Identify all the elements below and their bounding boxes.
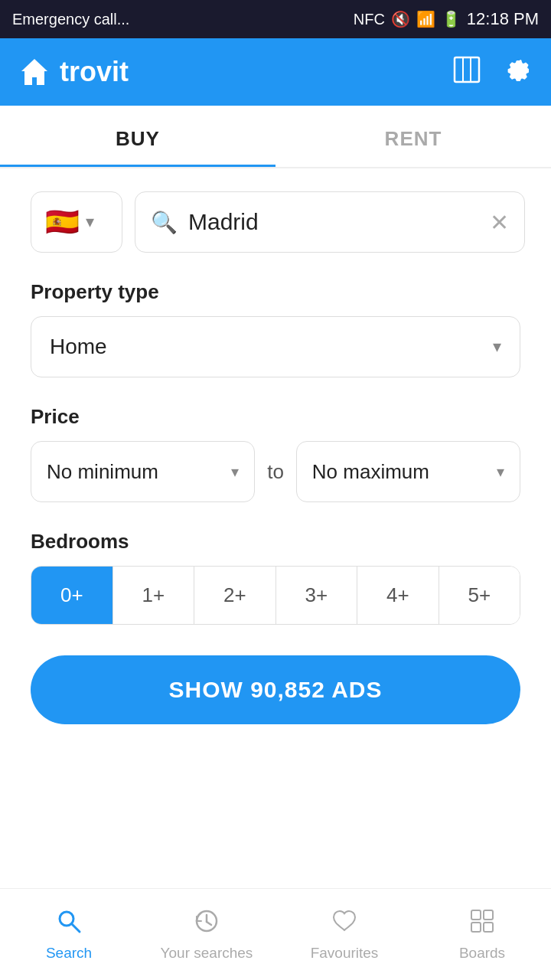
property-type-chevron-icon: ▾ [493, 337, 501, 357]
status-right-icons: NFC 🔇 📶 🔋 12:18 PM [354, 9, 539, 29]
app-bar: trovit [0, 38, 551, 106]
nav-favourites[interactable]: Favourites [276, 889, 413, 980]
search-box[interactable]: 🔍 ✕ [135, 191, 525, 253]
search-icon: 🔍 [151, 210, 178, 235]
settings-icon[interactable] [505, 56, 533, 89]
svg-rect-12 [484, 923, 493, 932]
bedroom-btn-5[interactable]: 5+ [439, 567, 520, 624]
svg-line-5 [72, 924, 80, 932]
bedroom-btn-4[interactable]: 4+ [357, 567, 439, 624]
mute-icon: 🔇 [391, 10, 410, 28]
bedroom-btn-1[interactable]: 1+ [113, 567, 195, 624]
price-row: No minimum ▾ to No maximum ▾ [31, 441, 520, 502]
show-ads-button[interactable]: SHOW 90,852 ADS [31, 655, 520, 724]
price-min-chevron-icon: ▾ [231, 462, 239, 481]
search-row: 🇪🇸 ▾ 🔍 ✕ [31, 191, 520, 253]
main-content: 🇪🇸 ▾ 🔍 ✕ Property type Home ▾ Price No m… [0, 168, 551, 747]
tabs: BUY RENT [0, 106, 551, 168]
property-type-dropdown[interactable]: Home ▾ [31, 316, 520, 377]
svg-rect-10 [484, 910, 493, 920]
app-logo: trovit [18, 56, 129, 88]
history-nav-icon [194, 908, 220, 940]
bedroom-btn-3[interactable]: 3+ [276, 567, 358, 624]
status-time: 12:18 PM [467, 9, 539, 29]
your-searches-nav-label: Your searches [161, 945, 253, 962]
nav-boards[interactable]: Boards [413, 889, 551, 980]
app-name: trovit [60, 56, 129, 88]
boards-nav-icon [469, 908, 495, 940]
location-input[interactable] [188, 209, 479, 235]
svg-marker-0 [21, 59, 47, 85]
status-emergency: Emergency call... [12, 11, 129, 28]
nfc-icon: NFC [354, 11, 385, 28]
property-type-label: Property type [31, 280, 520, 304]
tab-rent[interactable]: RENT [276, 106, 551, 167]
country-chevron-icon: ▾ [86, 212, 94, 232]
price-separator: to [267, 460, 284, 484]
bedroom-btn-2[interactable]: 2+ [194, 567, 276, 624]
property-type-section: Property type Home ▾ [31, 280, 520, 377]
house-icon [18, 56, 51, 88]
bottom-nav: Search Your searches Favourites [0, 888, 551, 980]
battery-icon: 🔋 [442, 10, 461, 28]
svg-rect-9 [471, 910, 481, 920]
map-icon[interactable] [453, 56, 481, 89]
boards-nav-label: Boards [459, 945, 505, 962]
nav-your-searches[interactable]: Your searches [138, 889, 276, 980]
search-nav-icon [56, 908, 82, 940]
nav-search[interactable]: Search [0, 889, 138, 980]
favourites-nav-label: Favourites [311, 945, 379, 962]
svg-rect-11 [471, 923, 481, 932]
country-selector[interactable]: 🇪🇸 ▾ [31, 191, 122, 253]
app-bar-icons [453, 56, 533, 89]
svg-rect-1 [455, 57, 479, 82]
status-bar: Emergency call... NFC 🔇 📶 🔋 12:18 PM [0, 0, 551, 38]
country-flag: 🇪🇸 [45, 206, 80, 238]
price-section: Price No minimum ▾ to No maximum ▾ [31, 405, 520, 502]
price-max-value: No maximum [312, 460, 429, 484]
heart-nav-icon [331, 908, 357, 940]
bedrooms-section: Bedrooms 0+ 1+ 2+ 3+ 4+ 5+ [31, 530, 520, 625]
price-max-dropdown[interactable]: No maximum ▾ [296, 441, 520, 502]
property-type-value: Home [50, 335, 107, 359]
price-label: Price [31, 405, 520, 429]
price-min-dropdown[interactable]: No minimum ▾ [31, 441, 255, 502]
price-max-chevron-icon: ▾ [497, 462, 504, 481]
svg-line-8 [207, 922, 211, 925]
bedroom-options: 0+ 1+ 2+ 3+ 4+ 5+ [31, 566, 520, 625]
bedroom-btn-0[interactable]: 0+ [31, 567, 113, 624]
wifi-icon: 📶 [416, 10, 435, 28]
tab-buy[interactable]: BUY [0, 106, 276, 167]
clear-search-button[interactable]: ✕ [490, 209, 509, 236]
search-nav-label: Search [46, 945, 92, 962]
price-min-value: No minimum [47, 460, 158, 484]
bedrooms-label: Bedrooms [31, 530, 520, 554]
